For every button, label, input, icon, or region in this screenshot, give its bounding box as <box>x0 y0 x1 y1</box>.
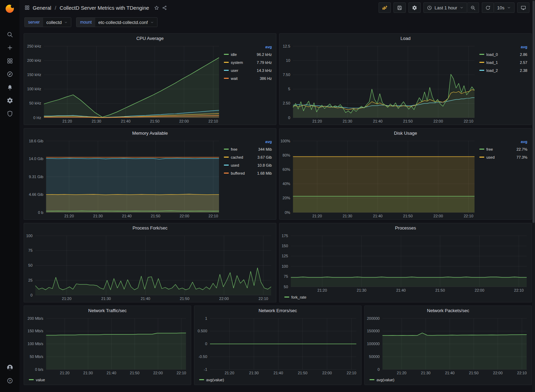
legend-swatch <box>224 173 229 174</box>
legend-swatch <box>224 70 229 71</box>
legend: fork_rate <box>279 294 532 302</box>
cycle-view-button[interactable] <box>517 2 529 13</box>
sidebar-shield-icon[interactable] <box>2 107 17 120</box>
svg-text:250 kHz: 250 kHz <box>27 44 41 48</box>
legend-item-system[interactable]: system7.79 kHz <box>224 58 272 66</box>
svg-text:20%: 20% <box>283 196 290 200</box>
legend-swatch <box>479 62 484 63</box>
legend-header-avg[interactable]: avg <box>479 43 527 50</box>
legend-item-load-2[interactable]: load_22.38 <box>479 66 527 74</box>
legend-item-cached[interactable]: cached3.67 Gib <box>224 153 272 161</box>
refresh-icon <box>485 5 491 10</box>
panel-network-traffic-sec: Network Traffic/sec0 b/s50 Mb/s100 Mb/s1… <box>24 306 191 385</box>
legend-value: 77.3% <box>517 155 527 159</box>
legend-value: 10.8 Gib <box>257 163 272 167</box>
svg-text:21:20: 21:20 <box>62 297 72 301</box>
sidebar-plus-icon[interactable] <box>2 41 17 54</box>
legend-item-load-1[interactable]: load_12.57 <box>479 58 527 66</box>
chart-process-fork-sec: 025507510021:2021:3021:4021:5022:0022:10 <box>24 232 276 302</box>
sidebar-gear-icon[interactable] <box>2 94 17 107</box>
panel-title-load[interactable]: Load <box>400 36 411 41</box>
legend-item-used[interactable]: used10.8 Gib <box>224 161 272 169</box>
refresh-interval-label: 10s <box>497 5 504 10</box>
sidebar-avatar[interactable] <box>2 361 17 374</box>
legend-item-idle[interactable]: idle96.2 kHz <box>224 50 272 58</box>
svg-text:21:50: 21:50 <box>469 371 479 375</box>
legend-swatch <box>224 157 229 158</box>
svg-text:75: 75 <box>284 274 288 278</box>
legend-item-user[interactable]: user14.3 kHz <box>224 66 272 74</box>
refresh-button[interactable] <box>482 2 494 13</box>
svg-text:100%: 100% <box>281 139 290 143</box>
zoom-out-button[interactable] <box>467 2 479 13</box>
refresh-interval-dropdown[interactable]: 10s <box>494 2 514 13</box>
legend-item-buffered[interactable]: buffered1.68 Mib <box>224 169 272 177</box>
add-panel-button[interactable] <box>379 2 391 13</box>
legend-item-value[interactable]: value <box>29 378 45 382</box>
sidebar-compass-icon[interactable] <box>2 67 17 81</box>
svg-text:21:20: 21:20 <box>60 371 70 375</box>
legend-header-avg[interactable]: avg <box>479 138 527 145</box>
legend-header-avg[interactable]: avg <box>224 138 272 145</box>
save-dashboard-button[interactable] <box>394 2 406 13</box>
svg-text:21:30: 21:30 <box>421 371 431 375</box>
panel-load: Load02.5057.501012.521:2021:3021:4021:50… <box>279 33 532 125</box>
legend-item-fork-rate[interactable]: fork_rate <box>284 295 306 299</box>
svg-text:12.5: 12.5 <box>283 44 290 48</box>
panel-title-memory-available[interactable]: Memory Available <box>132 131 168 136</box>
panel-title-network-packets-sec[interactable]: Network Packets/sec <box>427 308 469 313</box>
svg-text:21:40: 21:40 <box>141 297 151 301</box>
clock-icon <box>427 5 432 10</box>
svg-text:22:10: 22:10 <box>347 371 356 375</box>
legend-label: value <box>36 378 45 382</box>
legend-label: free <box>486 147 493 151</box>
panel-title-cpu-average[interactable]: CPU Average <box>136 36 164 41</box>
legend-label: fork_rate <box>291 295 306 299</box>
sidebar-apps-icon[interactable] <box>2 54 17 67</box>
legend-value: 344 Mib <box>258 147 272 151</box>
svg-text:22:10: 22:10 <box>514 288 524 292</box>
legend-swatch <box>224 165 229 166</box>
svg-text:150000: 150000 <box>367 329 380 333</box>
sidebar-help-icon[interactable]: ? <box>2 374 17 387</box>
svg-text:80%: 80% <box>283 153 290 157</box>
chart-cpu-average: 0 Hz50 kHz100 kHz150 kHz200 kHz250 kHz21… <box>24 43 224 125</box>
legend-item-free[interactable]: free22.7% <box>479 145 527 153</box>
dashboard-settings-button[interactable] <box>408 2 421 13</box>
variables-submenu: server collectd mount etc-collectd-colle… <box>19 15 535 29</box>
sidebar-search-icon[interactable] <box>2 28 17 41</box>
svg-text:21:30: 21:30 <box>101 297 111 301</box>
share-icon[interactable] <box>162 5 167 10</box>
time-range-picker[interactable]: Last 1 hour <box>423 2 467 13</box>
legend-item-load-0[interactable]: load_02.86 <box>479 50 527 58</box>
legend-label: user <box>231 68 238 73</box>
legend-value: 386 Hz <box>260 76 272 81</box>
panel-title-network-errors-sec[interactable]: Network Errors/sec <box>259 308 297 313</box>
variable-mount-dropdown[interactable]: etc-collectd-collectd.conf <box>95 18 157 27</box>
svg-text:22:00: 22:00 <box>433 119 443 123</box>
scrollbar-thumb[interactable] <box>533 1 535 223</box>
panel-title-processes[interactable]: Processes <box>395 225 416 231</box>
variable-server-dropdown[interactable]: collectd <box>43 18 71 27</box>
legend-swatch <box>479 70 484 71</box>
grafana-logo[interactable] <box>5 3 15 14</box>
legend-item-avg-value[interactable]: avg(value) <box>199 378 224 382</box>
time-controls: Last 1 hour <box>423 2 479 13</box>
panel-title-disk-usage[interactable]: Disk Usage <box>394 131 417 136</box>
legend-item-wait[interactable]: wait386 Hz <box>224 74 272 82</box>
panel-title-network-traffic-sec[interactable]: Network Traffic/sec <box>88 308 127 313</box>
legend-item-used[interactable]: used77.3% <box>479 153 527 161</box>
svg-text:21:40: 21:40 <box>373 214 383 218</box>
breadcrumb-section[interactable]: General <box>33 5 51 11</box>
svg-text:125: 125 <box>282 254 288 258</box>
panel-title-process-fork-sec[interactable]: Process Fork/sec <box>132 225 167 231</box>
star-icon[interactable] <box>154 5 159 10</box>
svg-text:22:00: 22:00 <box>493 371 503 375</box>
legend: value <box>24 376 191 385</box>
sidebar-bell-icon[interactable] <box>2 81 17 94</box>
legend-item-avg-value[interactable]: avg(value) <box>370 378 394 382</box>
svg-text:21:20: 21:20 <box>312 214 322 218</box>
svg-text:21:20: 21:20 <box>225 371 234 375</box>
legend-header-avg[interactable]: avg <box>224 43 272 50</box>
legend-item-free[interactable]: free344 Mib <box>224 145 272 153</box>
